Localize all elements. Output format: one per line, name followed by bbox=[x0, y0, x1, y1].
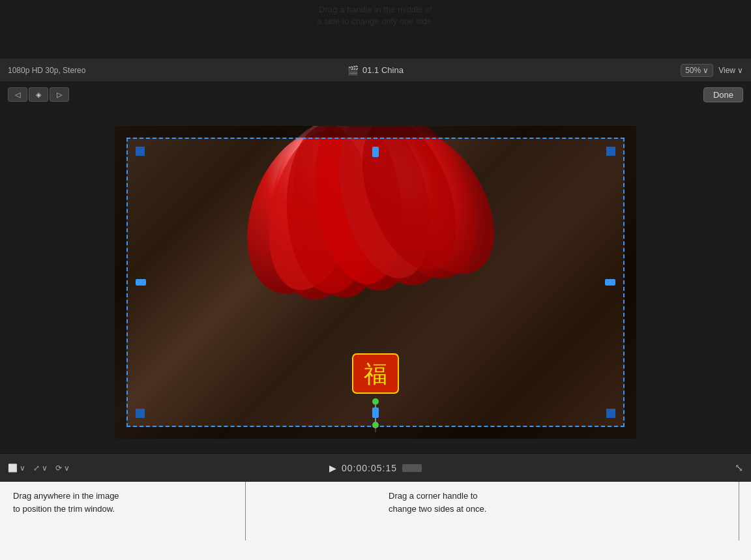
timecode-display: 00:00:05:15 bbox=[342, 463, 397, 473]
timecode-bar bbox=[402, 464, 422, 472]
left-annotation-line bbox=[245, 482, 246, 540]
top-bar-right: 50% ∨ View ∨ bbox=[498, 64, 743, 77]
prev-icon: ◁ bbox=[15, 91, 20, 99]
speed-tool-button[interactable]: ⟳ ∨ bbox=[55, 464, 70, 473]
speed-chevron-icon: ∨ bbox=[64, 464, 70, 473]
next-frame-button[interactable]: ▷ bbox=[50, 87, 69, 102]
tooltip-top-area: Drag a handle in the middle of a side to… bbox=[0, 0, 751, 59]
crop-icon: ⬜ bbox=[8, 464, 18, 473]
annotation-right-line2: change two sides at once. bbox=[389, 504, 486, 514]
view-chevron-icon: ∨ bbox=[737, 66, 743, 75]
transform-tool-button[interactable]: ⤢ ∨ bbox=[33, 464, 48, 473]
viewer-content[interactable]: ◁ ◈ ▷ Done bbox=[0, 82, 751, 482]
view-control[interactable]: View ∨ bbox=[718, 66, 743, 75]
bottom-center-controls: ▶ 00:00:05:15 bbox=[253, 463, 498, 473]
crop-chevron-icon: ∨ bbox=[20, 464, 25, 473]
annotation-left-line1: Drag anywhere in the image bbox=[13, 491, 119, 501]
crop-handle-top-left[interactable] bbox=[136, 147, 145, 156]
title-area: 🎬 01.1 China bbox=[253, 65, 498, 76]
nav-row: ◁ ◈ ▷ bbox=[8, 87, 69, 102]
annotation-area: Drag anywhere in the image to position t… bbox=[0, 482, 751, 560]
bottom-controls: ⬜ ∨ ⤢ ∨ ⟳ ∨ ▶ 00:00:05:15 ⤡ bbox=[0, 453, 751, 482]
crop-handle-right-mid[interactable] bbox=[605, 279, 615, 286]
crop-tool-button[interactable]: ⬜ ∨ bbox=[8, 464, 25, 473]
video-frame: 福 bbox=[115, 126, 636, 439]
zoom-value: 50% bbox=[685, 66, 701, 75]
tooltip-line1: Drag a handle in the middle of bbox=[319, 5, 432, 14]
clip-title: 01.1 China bbox=[362, 65, 404, 75]
clapper-icon: 🎬 bbox=[347, 65, 359, 76]
next-icon: ▷ bbox=[57, 91, 62, 99]
done-button[interactable]: Done bbox=[703, 87, 743, 102]
center-icon: ◈ bbox=[36, 91, 41, 99]
annotation-right: Drag a corner handle to change two sides… bbox=[376, 490, 738, 515]
tooltip-line2: a side to change only one side. bbox=[317, 16, 434, 26]
viewer-area: 1080p HD 30p, Stereo 🎬 01.1 China 50% ∨ … bbox=[0, 59, 751, 482]
transform-icon: ⤢ bbox=[33, 464, 40, 473]
right-annotation-line bbox=[739, 482, 739, 540]
crop-handle-left-mid[interactable] bbox=[136, 279, 146, 286]
top-bar: 1080p HD 30p, Stereo 🎬 01.1 China 50% ∨ … bbox=[0, 59, 751, 82]
crop-handle-top-right[interactable] bbox=[606, 147, 615, 156]
view-label: View bbox=[718, 66, 735, 75]
crop-border bbox=[126, 138, 625, 427]
tooltip-top-text: Drag a handle in the middle of a side to… bbox=[317, 4, 434, 27]
center-nav-button[interactable]: ◈ bbox=[29, 87, 48, 102]
crop-handle-bottom-left[interactable] bbox=[136, 409, 145, 418]
transform-chevron-icon: ∨ bbox=[42, 464, 48, 473]
green-dot bbox=[372, 422, 379, 428]
annotation-right-line1: Drag a corner handle to bbox=[389, 491, 478, 501]
crop-handle-top-mid[interactable] bbox=[372, 147, 379, 157]
format-label: 1080p HD 30p, Stereo bbox=[8, 66, 253, 75]
zoom-control[interactable]: 50% ∨ bbox=[681, 64, 713, 77]
fullscreen-button[interactable]: ⤡ bbox=[735, 462, 743, 474]
bottom-left-controls: ⬜ ∨ ⤢ ∨ ⟳ ∨ bbox=[8, 464, 253, 473]
bottom-right-controls: ⤡ bbox=[498, 462, 743, 474]
prev-frame-button[interactable]: ◁ bbox=[8, 87, 27, 102]
annotation-left-line2: to position the trim window. bbox=[13, 504, 115, 514]
play-button[interactable]: ▶ bbox=[329, 463, 336, 473]
speed-icon: ⟳ bbox=[55, 464, 62, 473]
crop-handle-bottom-right[interactable] bbox=[606, 409, 615, 418]
zoom-chevron-icon: ∨ bbox=[703, 66, 709, 75]
crop-handle-bottom-mid[interactable] bbox=[372, 407, 379, 418]
annotation-left: Drag anywhere in the image to position t… bbox=[13, 490, 376, 515]
